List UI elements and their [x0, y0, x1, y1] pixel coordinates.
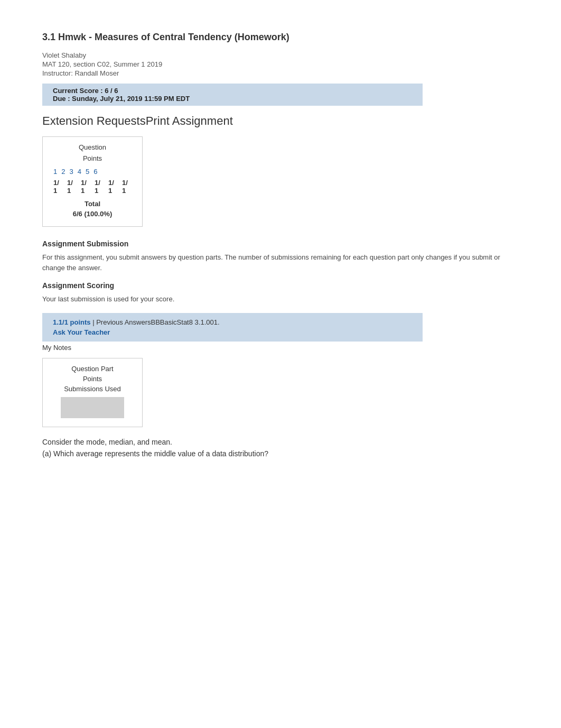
detail-col2-label: Points — [53, 375, 132, 383]
q-link-2[interactable]: 2 — [61, 168, 65, 176]
points-value: 1.1/1 points — [53, 318, 91, 326]
score-cell-5: 1/1 — [108, 179, 118, 195]
instructor-info: Instructor: Randall Moser — [42, 69, 519, 77]
total-score: 6/6 (100.0%) — [53, 210, 132, 218]
detail-col1-label: Question Part — [53, 365, 132, 373]
q-link-3[interactable]: 3 — [69, 168, 73, 176]
score-highlight-box: Current Score : 6 / 6 Due : Sunday, July… — [42, 84, 423, 106]
due-date-line: Due : Sunday, July 21, 2019 11:59 PM EDT — [53, 95, 412, 103]
question-column-label: Question — [53, 143, 132, 151]
question-line1: Consider the mode, median, and mean. — [42, 438, 519, 446]
q-link-1[interactable]: 1 — [53, 168, 57, 176]
extension-print-link[interactable]: Extension RequestsPrint Assignment — [42, 114, 519, 128]
detail-table: Question Part Points Submissions Used — [42, 358, 143, 427]
score-cell-6: 1/1 — [122, 179, 132, 195]
assignment-submission-heading: Assignment Submission — [42, 239, 519, 248]
score-cell-2: 1/1 — [67, 179, 77, 195]
detail-col3-label: Submissions Used — [53, 385, 132, 393]
points-column-label: Points — [53, 154, 132, 162]
score-row: 1/1 1/1 1/1 1/1 1/1 1/1 — [53, 179, 132, 195]
score-cell-4: 1/1 — [95, 179, 104, 195]
current-score-line: Current Score : 6 / 6 — [53, 87, 412, 95]
assignment-scoring-body: Your last submission is used for your sc… — [42, 294, 519, 305]
question-line2: (a) Which average represents the middle … — [42, 449, 519, 458]
question-points-row: 1.1/1 points | Previous AnswersBBBasicSt… — [53, 318, 412, 326]
student-name: Violet Shalaby — [42, 51, 519, 59]
q-link-6[interactable]: 6 — [94, 168, 97, 176]
page-title: 3.1 Hmwk - Measures of Central Tendency … — [42, 32, 519, 43]
previous-answers: Previous AnswersBBBasicStat8 3.1.001. — [96, 318, 219, 326]
q-link-5[interactable]: 5 — [86, 168, 89, 176]
q-link-4[interactable]: 4 — [78, 168, 81, 176]
detail-grey-box — [61, 397, 124, 418]
question-highlight-block: 1.1/1 points | Previous AnswersBBBasicSt… — [42, 313, 423, 342]
score-cell-1: 1/1 — [53, 179, 63, 195]
total-label: Total — [53, 200, 132, 208]
question-number-row: 1 2 3 4 5 6 — [53, 168, 132, 176]
ask-teacher-link[interactable]: Ask Your Teacher — [53, 328, 412, 336]
my-notes-line: My Notes — [42, 342, 519, 354]
score-cell-3: 1/1 — [81, 179, 90, 195]
assignment-scoring-heading: Assignment Scoring — [42, 281, 519, 290]
summary-table: Question Points 1 2 3 4 5 6 1/1 1/1 1/1 … — [42, 136, 143, 227]
assignment-submission-body: For this assignment, you submit answers … — [42, 252, 519, 273]
course-info: MAT 120, section C02, Summer 1 2019 — [42, 60, 519, 68]
